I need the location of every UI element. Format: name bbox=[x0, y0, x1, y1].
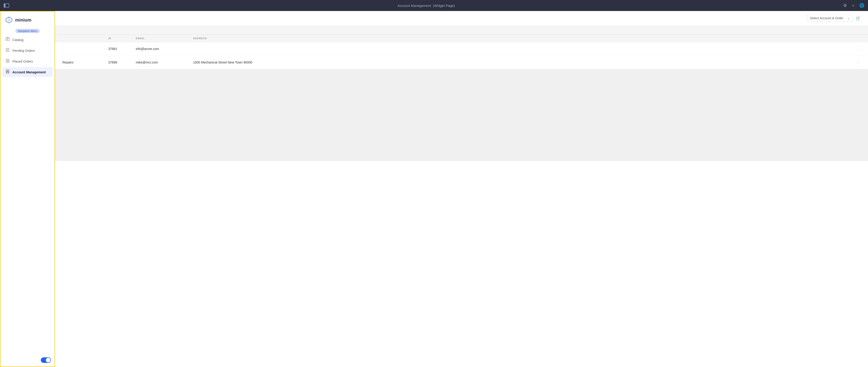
row-1-more-options-icon[interactable]: ⋮ bbox=[857, 46, 861, 52]
catalog-icon bbox=[5, 37, 10, 42]
pending-orders-icon bbox=[5, 48, 10, 53]
sidebar-item-catalog-label: Catalog bbox=[12, 38, 23, 42]
placed-orders-icon bbox=[5, 59, 10, 64]
row-2-id: 37898 bbox=[108, 61, 136, 64]
sidebar-logo: minium bbox=[0, 11, 55, 27]
col-header-actions bbox=[851, 37, 861, 40]
nav-menu-label-container: Navigation Menu bbox=[0, 29, 55, 33]
sidebar-item-account-management[interactable]: Account Management bbox=[2, 67, 53, 77]
chevron-down-icon: ⌄ bbox=[847, 16, 850, 20]
sidebar-item-pending-orders[interactable]: Pending Orders bbox=[2, 45, 53, 56]
table-row: Repairs 37898 mike@mcr.com 1000 Mechanic… bbox=[55, 56, 868, 69]
select-account-order-label: Select Account & Order bbox=[810, 16, 843, 20]
add-icon[interactable]: ＋ bbox=[851, 3, 855, 8]
col-header-name bbox=[62, 37, 108, 40]
table-area: ID EMAIL ADDRESS 37881 info@acme.com ⋮ R… bbox=[55, 26, 868, 367]
sidebar-toggle-line bbox=[4, 4, 5, 7]
nav-menu-label: Navigation Menu bbox=[16, 29, 40, 33]
row-1-email: info@acme.com bbox=[136, 47, 193, 51]
row-1-id: 37881 bbox=[108, 47, 136, 51]
sidebar-item-placed-orders[interactable]: Placed Orders bbox=[2, 56, 53, 66]
table-top-spacer bbox=[55, 26, 868, 35]
main-content: Select Account & Order ⌄ 🛒 ID EMAIL ADDR… bbox=[55, 11, 868, 367]
globe-icon[interactable]: 🌐 bbox=[859, 3, 864, 8]
sidebar-item-pending-orders-label: Pending Orders bbox=[12, 49, 35, 53]
svg-marker-1 bbox=[7, 18, 10, 22]
logo-text: minium bbox=[15, 18, 31, 23]
settings-icon[interactable]: ⚙ bbox=[843, 3, 847, 8]
layout: minium Navigation Menu Catalog Pending O… bbox=[0, 11, 868, 367]
topbar-main-title: Account Management bbox=[397, 4, 431, 7]
table-row: 37881 info@acme.com ⋮ bbox=[55, 42, 868, 56]
minium-logo-icon bbox=[5, 16, 13, 24]
svg-point-4 bbox=[7, 39, 8, 40]
empty-content-area bbox=[55, 69, 868, 161]
cart-icon[interactable]: 🛒 bbox=[856, 15, 861, 21]
svg-rect-3 bbox=[6, 38, 9, 41]
sidebar-item-catalog[interactable]: Catalog bbox=[2, 35, 53, 45]
topbar-title: Account Management (Widget Page) bbox=[397, 4, 455, 7]
topbar-left bbox=[4, 3, 9, 7]
col-header-address: ADDRESS bbox=[193, 37, 851, 40]
account-management-icon bbox=[5, 69, 10, 75]
sidebar-toggle-container bbox=[41, 357, 51, 363]
select-account-order-dropdown[interactable]: Select Account & Order ⌄ bbox=[807, 15, 853, 22]
table-header-row: ID EMAIL ADDRESS bbox=[55, 35, 868, 42]
nav-items: Catalog Pending Orders Placed Orders Acc… bbox=[0, 34, 55, 78]
topbar: Account Management (Widget Page) ⚙ ＋ 🌐 bbox=[0, 0, 868, 11]
sidebar-toggle-button[interactable] bbox=[4, 3, 9, 7]
col-header-email: EMAIL bbox=[136, 37, 193, 40]
topbar-right: ⚙ ＋ 🌐 bbox=[843, 3, 864, 8]
sidebar: minium Navigation Menu Catalog Pending O… bbox=[0, 11, 55, 367]
sidebar-item-placed-orders-label: Placed Orders bbox=[12, 60, 33, 63]
row-2-more-options-icon[interactable]: ⋮ bbox=[857, 60, 861, 65]
active-toggle[interactable] bbox=[41, 357, 51, 363]
topbar-subtitle: (Widget Page) bbox=[433, 4, 455, 7]
row-1-menu: ⋮ bbox=[851, 46, 861, 52]
col-header-id: ID bbox=[108, 37, 136, 40]
row-2-name: Repairs bbox=[62, 61, 108, 64]
row-2-address: 1000 Mechanical Street New Town 90000 bbox=[193, 61, 851, 64]
sidebar-item-account-management-label: Account Management bbox=[12, 70, 45, 74]
row-2-email: mike@mcr.com bbox=[136, 61, 193, 64]
row-2-menu: ⋮ bbox=[851, 60, 861, 65]
content-header: Select Account & Order ⌄ 🛒 bbox=[55, 11, 868, 26]
toggle-knob bbox=[46, 358, 51, 362]
